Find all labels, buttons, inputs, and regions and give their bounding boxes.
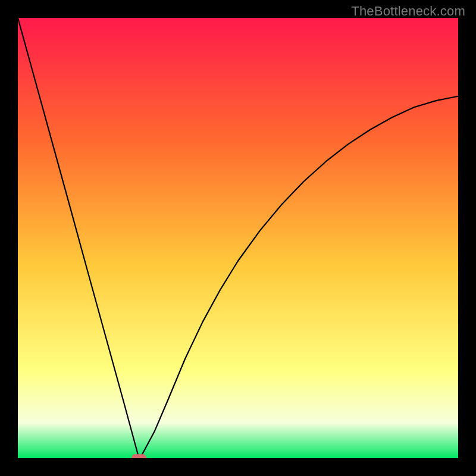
plot-area — [18, 18, 458, 458]
chart-canvas — [18, 18, 458, 458]
watermark-text: TheBottleneck.com — [351, 4, 465, 19]
chart-frame: TheBottleneck.com — [0, 0, 476, 476]
